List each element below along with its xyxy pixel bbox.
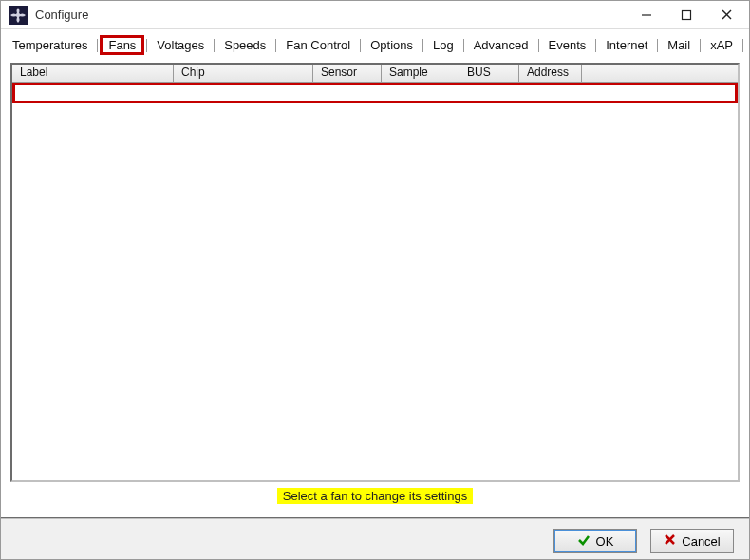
tab-advanced[interactable]: Advanced — [466, 35, 536, 55]
ok-button[interactable]: OK — [553, 529, 637, 553]
tab-temperatures[interactable]: Temperatures — [5, 35, 95, 55]
window-controls — [637, 6, 741, 25]
column-header-sensor[interactable]: Sensor — [313, 65, 382, 83]
tab-separator — [463, 39, 464, 52]
column-header-bus[interactable]: BUS — [459, 65, 519, 83]
tab-speeds[interactable]: Speeds — [216, 35, 273, 55]
column-headers: Label Chip Sensor Sample BUS Address — [12, 65, 738, 83]
tab-mail[interactable]: Mail — [660, 35, 698, 55]
maximize-button[interactable] — [677, 6, 696, 25]
column-header-address[interactable]: Address — [519, 65, 582, 83]
tab-separator — [657, 39, 658, 52]
tab-separator — [538, 39, 539, 52]
tab-separator — [275, 39, 276, 52]
content-area: Label Chip Sensor Sample BUS Address Sel… — [1, 55, 749, 517]
close-button[interactable] — [717, 6, 736, 25]
tab-separator — [214, 39, 215, 52]
tab-separator — [146, 39, 147, 52]
hint-bar: Select a fan to change its settings — [10, 482, 740, 513]
hint-text: Select a fan to change its settings — [277, 488, 473, 504]
tab-separator — [742, 39, 743, 52]
tab-separator — [97, 39, 98, 52]
tab-xap[interactable]: xAP — [703, 35, 741, 55]
tab-separator — [360, 39, 361, 52]
tab-separator — [595, 39, 596, 52]
tab-events[interactable]: Events — [541, 35, 594, 55]
check-icon — [577, 533, 591, 550]
tab-fan-control[interactable]: Fan Control — [278, 35, 358, 55]
tab-separator — [422, 39, 423, 52]
column-header-label[interactable]: Label — [12, 65, 174, 83]
button-bar: OK Cancel — [1, 517, 749, 560]
column-header-chip[interactable]: Chip — [174, 65, 313, 83]
cancel-button[interactable]: Cancel — [650, 529, 734, 553]
tab-log[interactable]: Log — [425, 35, 461, 55]
titlebar: Configure — [1, 1, 749, 29]
window-title: Configure — [35, 8, 88, 22]
x-icon — [664, 533, 676, 549]
app-icon — [9, 6, 28, 25]
tab-voltages[interactable]: Voltages — [149, 35, 212, 55]
tab-internet[interactable]: Internet — [598, 35, 655, 55]
column-header-sample[interactable]: Sample — [382, 65, 459, 83]
column-header-spacer — [582, 65, 738, 83]
tab-options[interactable]: Options — [363, 35, 421, 55]
ok-button-label: OK — [596, 534, 614, 549]
minimize-button[interactable] — [637, 6, 656, 25]
tab-bar: Temperatures Fans Voltages Speeds Fan Co… — [1, 29, 749, 55]
svg-rect-3 — [683, 10, 691, 19]
tab-separator — [700, 39, 701, 52]
tab-fans[interactable]: Fans — [100, 35, 144, 55]
selected-row-highlight[interactable] — [12, 83, 738, 103]
fan-list[interactable]: Label Chip Sensor Sample BUS Address — [10, 63, 740, 482]
cancel-button-label: Cancel — [682, 534, 720, 549]
